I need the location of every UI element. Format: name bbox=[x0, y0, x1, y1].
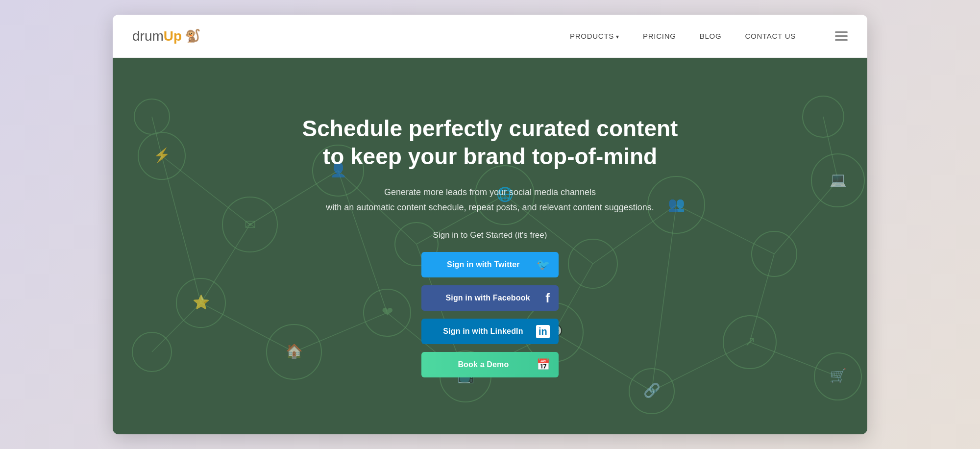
svg-line-21 bbox=[750, 254, 774, 342]
svg-line-8 bbox=[162, 156, 201, 303]
signin-buttons: Sign in with Twitter 🐦 Sign in with Face… bbox=[302, 252, 678, 377]
signin-linkedin-label: Sign in with LinkedIn bbox=[430, 327, 536, 336]
signin-facebook-button[interactable]: Sign in with Facebook f bbox=[421, 285, 559, 311]
hamburger-menu[interactable] bbox=[835, 31, 848, 41]
svg-text:✉: ✉ bbox=[245, 217, 256, 232]
app-window: drumUp 🐒 PRODUCTS PRICING BLOG CONTACT U… bbox=[113, 15, 867, 434]
svg-line-22 bbox=[152, 303, 201, 352]
facebook-icon: f bbox=[545, 291, 550, 306]
svg-text:⚡: ⚡ bbox=[153, 147, 171, 163]
hamburger-line bbox=[835, 39, 848, 41]
twitter-icon: 🐦 bbox=[537, 258, 550, 271]
svg-text:↗: ↗ bbox=[744, 334, 756, 349]
hero-content: Schedule perfectly curated content to ke… bbox=[293, 105, 688, 387]
signin-twitter-button[interactable]: Sign in with Twitter 🐦 bbox=[421, 252, 559, 277]
logo-text: drumUp bbox=[132, 28, 182, 44]
hero-section: ⚡ ✉ 👤 🌐 👥 💻 ⭐ 🏠 ❤ 📺 💬 🔗 ↗ 🛒 Schedule per… bbox=[113, 58, 867, 434]
hero-title: Schedule perfectly curated content to ke… bbox=[302, 115, 678, 171]
svg-text:💻: 💻 bbox=[830, 172, 847, 188]
signin-twitter-label: Sign in with Twitter bbox=[430, 260, 537, 269]
nav-links: PRODUCTS PRICING BLOG CONTACT US bbox=[570, 31, 848, 41]
linkedin-icon: in bbox=[536, 325, 550, 338]
nav-products[interactable]: PRODUCTS bbox=[570, 32, 619, 40]
svg-line-7 bbox=[774, 180, 838, 254]
svg-line-0 bbox=[162, 156, 250, 224]
nav-pricing[interactable]: PRICING bbox=[643, 32, 676, 40]
hero-cta-label: Sign in to Get Started (it's free) bbox=[302, 230, 678, 240]
svg-line-15 bbox=[750, 342, 838, 376]
svg-line-9 bbox=[201, 303, 294, 352]
book-demo-button[interactable]: Book a Demo 📅 bbox=[421, 352, 559, 377]
book-demo-label: Book a Demo bbox=[430, 360, 537, 369]
hamburger-line bbox=[835, 35, 848, 37]
logo-mascot: 🐒 bbox=[185, 28, 200, 44]
svg-text:⭐: ⭐ bbox=[193, 294, 210, 310]
svg-text:🛒: 🛒 bbox=[830, 368, 847, 384]
nav-contact[interactable]: CONTACT US bbox=[745, 32, 796, 40]
calendar-icon: 📅 bbox=[537, 358, 550, 371]
signin-linkedin-button[interactable]: Sign in with LinkedIn in bbox=[421, 319, 559, 344]
nav-blog[interactable]: BLOG bbox=[700, 32, 722, 40]
hamburger-line bbox=[835, 31, 848, 33]
signin-facebook-label: Sign in with Facebook bbox=[430, 294, 545, 302]
svg-line-24 bbox=[823, 117, 838, 180]
navbar: drumUp 🐒 PRODUCTS PRICING BLOG CONTACT U… bbox=[113, 15, 867, 58]
logo[interactable]: drumUp 🐒 bbox=[132, 28, 200, 44]
hero-subtitle: Generate more leads from your social med… bbox=[302, 185, 678, 215]
